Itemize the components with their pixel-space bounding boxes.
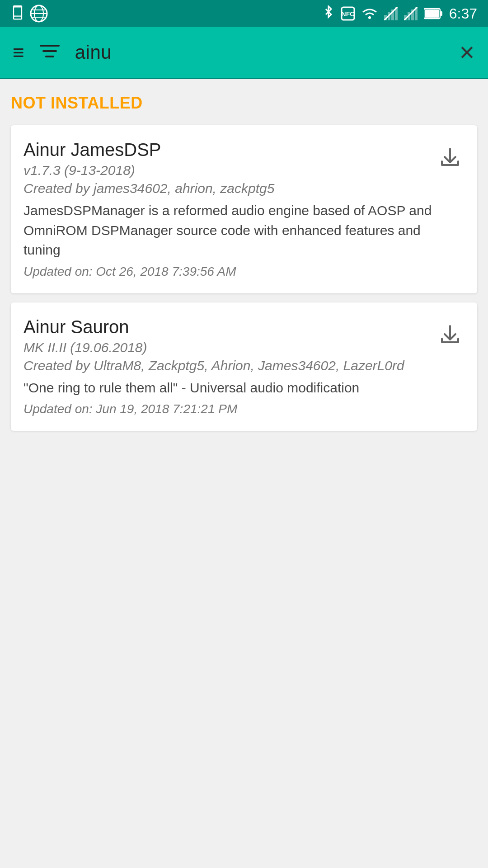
package-version: MK II.II (19.06.2018) [23, 340, 437, 355]
signal1-icon [384, 7, 398, 20]
status-bar-right-icons: NFC 6:37 [323, 5, 477, 22]
signal2-icon [404, 7, 418, 20]
close-button[interactable]: ✕ [459, 41, 475, 64]
main-content: NOT INSTALLED Ainur JamesDSP v1.7.3 (9-1… [0, 79, 488, 868]
package-description: JamesDSPManager is a reformed audio engi… [23, 201, 437, 260]
globe-icon [30, 5, 48, 23]
status-bar: NFC 6:37 [0, 0, 488, 27]
app-bar-title: ainu [75, 42, 444, 63]
package-title: Ainur JamesDSP [23, 140, 437, 160]
battery-icon [424, 8, 443, 19]
package-updated: Updated on: Jun 19, 2018 7:21:21 PM [23, 402, 437, 416]
package-title: Ainur Sauron [23, 317, 437, 337]
svg-text:NFC: NFC [341, 10, 354, 18]
status-bar-left-icons [11, 5, 48, 23]
bluetooth-icon [323, 5, 334, 22]
svg-rect-22 [440, 11, 442, 16]
package-authors: Created by UltraM8, Zackptg5, Ahrion, Ja… [23, 358, 437, 373]
card-body-jamesdsp: Ainur JamesDSP v1.7.3 (9-13-2018) Create… [23, 140, 465, 279]
status-time: 6:37 [449, 5, 477, 22]
menu-button[interactable]: ≡ [13, 42, 24, 62]
nfc-icon: NFC [341, 6, 355, 21]
package-description: "One ring to rule them all" - Universal … [23, 378, 437, 398]
svg-point-10 [368, 16, 371, 19]
wifi-icon [361, 7, 378, 20]
list-item: Ainur Sauron MK II.II (19.06.2018) Creat… [11, 302, 477, 431]
svg-rect-23 [425, 9, 439, 18]
app-bar: ≡ ainu ✕ [0, 27, 488, 78]
download-icon [438, 322, 462, 346]
list-item: Ainur JamesDSP v1.7.3 (9-13-2018) Create… [11, 125, 477, 293]
download-button[interactable] [436, 320, 465, 349]
section-label: NOT INSTALLED [11, 94, 477, 113]
package-version: v1.7.3 (9-13-2018) [23, 163, 437, 178]
svg-rect-1 [14, 8, 21, 16]
filter-button[interactable] [39, 42, 61, 63]
package-authors: Created by james34602, ahrion, zackptg5 [23, 181, 437, 196]
download-icon [438, 145, 462, 169]
package-updated: Updated on: Oct 26, 2018 7:39:56 AM [23, 264, 437, 279]
card-body-sauron: Ainur Sauron MK II.II (19.06.2018) Creat… [23, 317, 465, 417]
svg-rect-2 [14, 17, 21, 19]
download-button[interactable] [436, 142, 465, 171]
sim-icon [11, 5, 24, 22]
